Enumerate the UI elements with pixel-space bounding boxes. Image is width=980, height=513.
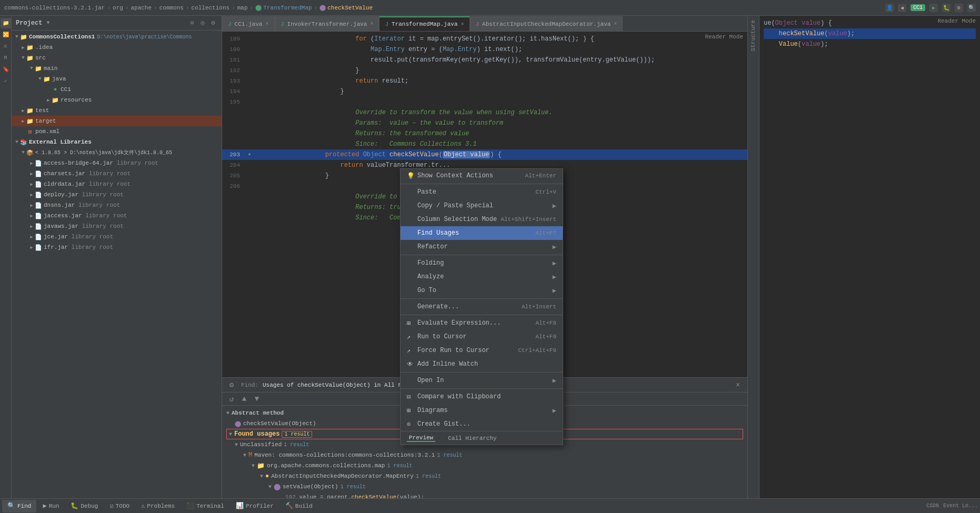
tab-cc1[interactable]: J CC1.java × — [222, 16, 275, 31]
reader-mode-label[interactable]: Reader Mode — [705, 34, 743, 40]
structure-label[interactable]: Structure — [748, 16, 759, 55]
avatar-icon[interactable]: 👤 — [885, 4, 894, 12]
breadcrumb-method[interactable]: checkSetValue — [327, 5, 373, 11]
project-panel-dropdown[interactable]: ▼ — [46, 20, 49, 26]
collapse-all-icon[interactable]: ⊖ — [188, 19, 196, 27]
tab-transformed-close[interactable]: × — [461, 22, 464, 27]
commit-icon[interactable]: 🔀 — [1, 29, 11, 40]
main-item[interactable]: 📁 main — [12, 63, 222, 74]
ctx-paste[interactable]: Paste Ctrl+V — [401, 185, 563, 199]
tab-invoker-close[interactable]: × — [370, 21, 373, 27]
ctx-copy-paste-special[interactable]: Copy / Paste Special ▶ — [401, 199, 563, 213]
btab-build[interactable]: 🔨 Build — [280, 500, 318, 512]
breadcrumb-collections[interactable]: collections — [192, 5, 230, 11]
cc1-badge[interactable]: CC1 — [911, 4, 925, 11]
tab-invoker[interactable]: J InvokerTransformer.java × — [275, 16, 379, 31]
idea-item[interactable]: 📁 .idea — [12, 42, 222, 53]
breadcrumb-apache[interactable]: apache — [131, 5, 152, 11]
find-reload-btn[interactable]: ↺ — [226, 394, 237, 404]
structure2-icon[interactable]: ≡ — [1, 41, 11, 52]
java-item[interactable]: 📁 java — [12, 74, 222, 84]
tree-root[interactable]: 📁 CommonsCollections1 D:\notes\java\prac… — [12, 32, 222, 42]
set-value-item[interactable]: ▼ ⬤ setValue(Object) 1 result — [226, 481, 743, 492]
jar-ifr-item[interactable]: 📄 ifr.jar library root — [12, 242, 222, 253]
btab-terminal[interactable]: ⬛ Terminal — [181, 500, 229, 512]
ctx-generate[interactable]: Generate... Alt+Insert — [401, 300, 563, 314]
jar-javaws-item[interactable]: 📄 javaws.jar library root — [12, 221, 222, 232]
tab-abstract-close[interactable]: × — [614, 21, 617, 27]
class-item[interactable]: ▼ ● AbstractInputCheckedMapDecorator.Map… — [226, 471, 743, 481]
debug-icon[interactable]: 🐛 — [942, 4, 951, 12]
jar-cldrdata-item[interactable]: 📄 cldrdata.jar library root — [12, 179, 222, 189]
jdk-item[interactable]: 📦 < 1.8.65 > D:\notes\java\jdk文件\jdk1.8.… — [12, 147, 222, 158]
btab-profiler[interactable]: 📊 Profiler — [231, 500, 279, 512]
locate-icon[interactable]: ◎ — [198, 19, 207, 27]
breadcrumb-org[interactable]: org — [113, 5, 123, 11]
ext-libs-item[interactable]: 📚 External Libraries — [12, 137, 222, 147]
package-item[interactable]: ▼ 📁 org.apache.commons.collections.map 1… — [226, 460, 743, 471]
jar-dnsns-item[interactable]: 📄 dnsns.jar library root — [12, 200, 222, 210]
pom-item[interactable]: ⊞ pom.xml — [12, 126, 222, 137]
ctx-create-gist[interactable]: ⊙ Create Gist... — [401, 417, 563, 431]
right-reader-mode[interactable]: Reader Mode — [937, 18, 976, 24]
jar-charsets-item[interactable]: 📄 charsets.jar library root — [12, 168, 222, 179]
ctx-analyze[interactable]: Analyze ▶ — [401, 270, 563, 284]
ctx-goto[interactable]: Go To ▶ — [401, 284, 563, 297]
btab-run[interactable]: ▶ Run — [37, 500, 64, 512]
profiler-icon: 📊 — [236, 502, 244, 510]
jar-deploy-item[interactable]: 📄 deploy.jar library root — [12, 189, 222, 200]
settings-icon[interactable]: ⚙ — [955, 4, 963, 12]
ctx-find-usages[interactable]: Find Usages Alt+F7 — [401, 226, 563, 240]
run-icon[interactable]: ▶ — [929, 4, 938, 12]
search-global-icon[interactable]: 🔍 — [967, 4, 976, 12]
breadcrumb-map[interactable]: map — [237, 5, 248, 11]
todo-sidebar-icon[interactable]: ✓ — [1, 76, 11, 86]
btab-problems[interactable]: ⚠ Problems — [136, 500, 180, 512]
ctx-run-cursor[interactable]: ↗ Run to Cursor Alt+F9 — [401, 330, 563, 344]
tab-cc1-close[interactable]: × — [265, 21, 268, 27]
ctx-add-watch[interactable]: 👁 Add Inline Watch — [401, 357, 563, 371]
btab-debug[interactable]: 🐛 Debug — [65, 500, 103, 512]
project-icon[interactable]: 📁 — [1, 18, 11, 28]
target-item[interactable]: 📁 target — [12, 116, 222, 126]
ctx-open-in[interactable]: Open In ▶ — [401, 374, 563, 387]
breadcrumb-jar[interactable]: commons-collections-3.2.1.jar — [4, 5, 105, 11]
jar-jaccess-item[interactable]: 📄 jaccess.jar library root — [12, 210, 222, 221]
ctx-folding[interactable]: Folding ▶ — [401, 256, 563, 270]
jar-jce-item[interactable]: 📄 jce.jar library root — [12, 232, 222, 242]
cc1-item[interactable]: ● CC1 — [12, 84, 222, 95]
resources-item[interactable]: 📁 resources — [12, 95, 222, 105]
find-settings-icon[interactable]: ⚙ — [226, 380, 237, 390]
find-close-btn[interactable]: × — [733, 380, 743, 390]
panel-settings-icon[interactable]: ⚙ — [209, 19, 217, 27]
test-item[interactable]: 📁 test — [12, 105, 222, 116]
jar-jce-icon: 📄 — [35, 233, 42, 240]
bookmark-icon[interactable]: 🔖 — [1, 64, 11, 75]
src-item[interactable]: 📁 src — [12, 53, 222, 63]
btab-find[interactable]: 🔍 Find — [2, 500, 36, 512]
find-up-btn[interactable]: ▲ — [239, 394, 249, 404]
ctx-compare-clipboard[interactable]: ⊟ Compare with Clipboard — [401, 390, 563, 404]
btab-problems-label: Problems — [147, 503, 175, 509]
ctx-diagrams[interactable]: ⊞ Diagrams ▶ — [401, 404, 563, 417]
ctx-column-selection[interactable]: Column Selection Mode Alt+Shift+Insert — [401, 213, 563, 226]
maven-item[interactable]: ▼ M Maven: commons-collections:commons-c… — [226, 450, 743, 460]
breadcrumb-class[interactable]: TransformedMap — [263, 5, 312, 11]
ctx-refactor[interactable]: Refactor ▶ — [401, 240, 563, 254]
find-down-btn[interactable]: ▼ — [252, 394, 262, 404]
btab-todo[interactable]: ☑ TODO — [104, 500, 135, 512]
breadcrumb-commons[interactable]: commons — [159, 5, 184, 11]
ctx-evaluate[interactable]: ⊞ Evaluate Expression... Alt+F8 — [401, 316, 563, 330]
preview-tab[interactable]: Preview — [407, 435, 435, 442]
call-hierarchy-tab[interactable]: Call Hierarchy — [446, 435, 498, 441]
back-icon[interactable]: ◀ — [898, 4, 906, 12]
maven-count: 1 result — [437, 452, 462, 458]
maven-icon[interactable]: M — [1, 53, 11, 63]
code-result-item[interactable]: 192 value = parent.checkSetValue(value); — [226, 492, 743, 498]
tab-transformed[interactable]: J TransformedMap.java × — [379, 16, 469, 31]
ctx-force-run-cursor[interactable]: ↗ Force Run to Cursor Ctrl+Alt+F9 — [401, 344, 563, 357]
tab-abstract[interactable]: J AbstractInputCheckedMapDecorator.java … — [470, 16, 623, 31]
ctx-show-context-actions[interactable]: 💡 Show Context Actions Alt+Enter — [401, 169, 563, 183]
jar-access-item[interactable]: 📄 access-bridge-64.jar library root — [12, 158, 222, 168]
ctx-compare-label: Compare with Clipboard — [417, 393, 556, 400]
